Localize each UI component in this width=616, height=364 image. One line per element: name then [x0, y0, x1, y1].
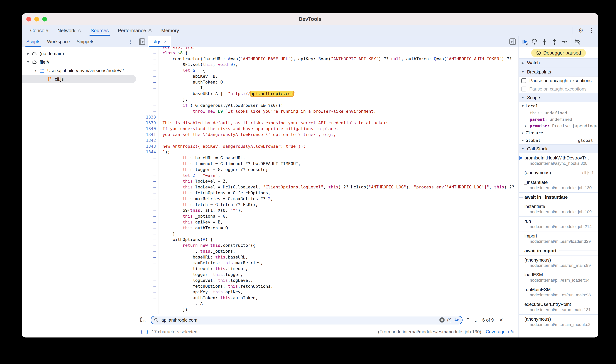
line-gutter[interactable]: – — [136, 289, 159, 295]
section-call-stack[interactable]: ▼ Call Stack — [519, 144, 598, 153]
line-gutter[interactable]: – — [136, 243, 159, 248]
line-gutter[interactable]: – — [136, 295, 159, 301]
line-gutter[interactable]: – — [136, 56, 159, 62]
tree-item-users-jinhuilee-nvm-versions-node-v2-[interactable]: ▼Users/jinhuilee/.nvm/versions/node/v2… — [22, 66, 136, 75]
line-gutter[interactable]: – — [136, 254, 159, 260]
deactivate-breakpoints-button[interactable] — [573, 37, 582, 46]
scope-group-local[interactable]: ▼Local — [519, 102, 598, 110]
line-gutter[interactable]: – — [136, 307, 159, 313]
line-gutter[interactable]: – — [136, 248, 159, 254]
line-gutter[interactable]: – — [136, 74, 159, 79]
line-gutter[interactable]: – — [136, 50, 159, 56]
line-gutter[interactable]: 1339 — [136, 120, 159, 126]
line-gutter[interactable]: – — [136, 219, 159, 225]
step-button[interactable] — [560, 37, 569, 46]
close-window-button[interactable] — [26, 17, 31, 22]
line-gutter[interactable]: – — [136, 173, 159, 179]
tab-sources[interactable]: Sources — [86, 25, 113, 36]
call-stack-frame[interactable]: instantiatenode:internal/m...module_job:… — [519, 202, 598, 217]
line-gutter[interactable]: – — [136, 231, 159, 237]
line-gutter[interactable]: 1342 — [136, 138, 159, 143]
scope-entry-promise[interactable]: ▶promise:Promise {<pending>} — [519, 123, 598, 129]
source-map-link[interactable]: node:internal/modules/esm/module_job:130 — [392, 329, 480, 334]
close-find-bar-icon[interactable]: ✕ — [498, 317, 503, 323]
hide-navigator-button[interactable] — [136, 36, 148, 47]
line-gutter[interactable]: – — [136, 68, 159, 74]
checkbox-icon[interactable] — [521, 87, 526, 91]
gear-icon[interactable]: ⚙︎ — [578, 27, 584, 34]
regex-toggle[interactable]: (*) — [447, 318, 452, 323]
chevron-down-icon[interactable]: ▼ — [25, 60, 31, 64]
tab-performance[interactable]: Performance — [113, 25, 157, 36]
call-stack-frame[interactable]: (anonymous)node:internal/m...es/run_main… — [519, 256, 598, 270]
tree-item-file-[interactable]: ▼file:// — [22, 58, 136, 66]
chevron-right-icon[interactable]: ▶ — [525, 125, 530, 128]
section-scope[interactable]: ▼ Scope — [519, 93, 598, 102]
line-gutter[interactable]: – — [136, 260, 159, 266]
line-gutter[interactable]: – — [136, 167, 159, 173]
line-gutter[interactable]: – — [136, 284, 159, 289]
kebab-menu-icon[interactable]: ⋮ — [589, 27, 595, 34]
navigator-tab-workspace[interactable]: Workspace — [44, 36, 73, 47]
call-stack-frame[interactable]: loadESMnode:internal/p.../esm_loader:34 — [519, 270, 598, 285]
step-over-button[interactable] — [530, 37, 539, 46]
line-gutter[interactable]: 1338 — [136, 114, 159, 120]
call-stack-frame[interactable]: executeUserEntryPointnode:internal/m...s… — [519, 300, 598, 314]
call-stack-frame[interactable]: (anonymous)cli.js:1 — [519, 168, 598, 178]
line-gutter[interactable]: – — [136, 108, 159, 114]
tree-item-cli-js[interactable]: cli.js — [22, 75, 136, 83]
line-gutter[interactable]: 1340 — [136, 126, 159, 132]
line-gutter[interactable]: – — [136, 91, 159, 97]
chevron-right-icon[interactable]: ▶ — [520, 139, 526, 142]
match-case-toggle[interactable]: Aa — [454, 318, 459, 323]
chevron-down-icon[interactable]: ▼ — [520, 104, 526, 108]
pretty-print-icon[interactable]: { } — [140, 329, 149, 335]
line-gutter[interactable]: – — [136, 62, 159, 68]
tab-console[interactable]: Console — [26, 25, 53, 36]
line-gutter[interactable]: – — [136, 103, 159, 108]
next-match-button[interactable]: ⌄ — [473, 317, 478, 323]
navigator-kebab-icon[interactable]: ⋮ — [128, 39, 133, 45]
step-out-button[interactable] — [550, 37, 559, 46]
line-gutter[interactable]: – — [136, 97, 159, 103]
tab-memory[interactable]: Memory — [157, 25, 183, 36]
call-stack-frame[interactable]: runMainESMnode:internal/m...es/run_main:… — [519, 285, 598, 300]
previous-match-button[interactable]: ⌃ — [466, 317, 470, 323]
line-gutter[interactable]: – — [136, 190, 159, 196]
code-editor[interactable]: var Xs0, $F1;–class $8 {– constructor({b… — [136, 47, 518, 314]
call-stack-frame[interactable]: (anonymous)node:internal/m...main_module… — [519, 314, 598, 329]
chevron-right-icon[interactable]: ▶ — [25, 52, 31, 55]
line-gutter[interactable]: 1341 — [136, 132, 159, 138]
line-gutter[interactable] — [136, 47, 159, 50]
line-gutter[interactable]: – — [136, 313, 159, 314]
checkbox-pause-on-caught-exceptions[interactable]: Pause on caught exceptions — [519, 85, 598, 93]
scope-group-closure[interactable]: ▶Closure — [519, 129, 598, 137]
line-gutter[interactable]: – — [136, 202, 159, 208]
search-input[interactable]: api.anthropic.com ✕ (*) Aa — [151, 316, 462, 325]
line-gutter[interactable]: – — [136, 178, 159, 184]
line-gutter[interactable]: – — [136, 237, 159, 243]
tab-network[interactable]: Network — [53, 25, 86, 36]
line-gutter[interactable]: – — [136, 266, 159, 272]
line-gutter[interactable]: – — [136, 184, 159, 190]
scope-group-global[interactable]: ▶Globalglobal — [519, 137, 598, 144]
clear-search-icon[interactable]: ✕ — [439, 317, 445, 323]
line-gutter[interactable]: – — [136, 155, 159, 161]
section-breakpoints[interactable]: ▼ Breakpoints — [519, 67, 598, 77]
tree-item--no-domain-[interactable]: ▶(no domain) — [22, 49, 136, 58]
zoom-window-button[interactable] — [42, 17, 47, 22]
line-gutter[interactable]: – — [136, 196, 159, 202]
line-gutter[interactable]: – — [136, 225, 159, 231]
navigator-tab-snippets[interactable]: Snippets — [73, 36, 98, 47]
coverage-link[interactable]: Coverage: n/a — [486, 329, 514, 335]
scope-entry-parent[interactable]: parent:undefined — [519, 116, 598, 123]
tab-cli-js[interactable]: cli.js × — [148, 36, 171, 47]
line-gutter[interactable]: – — [136, 278, 159, 284]
step-into-button[interactable] — [540, 37, 549, 46]
scope-entry-this[interactable]: this:undefined — [519, 110, 598, 116]
tab-close-icon[interactable]: × — [164, 39, 167, 44]
line-gutter[interactable]: – — [136, 79, 159, 85]
line-gutter[interactable]: 1343 — [136, 143, 159, 149]
line-gutter[interactable]: – — [136, 272, 159, 278]
checkbox-icon[interactable] — [521, 78, 526, 83]
